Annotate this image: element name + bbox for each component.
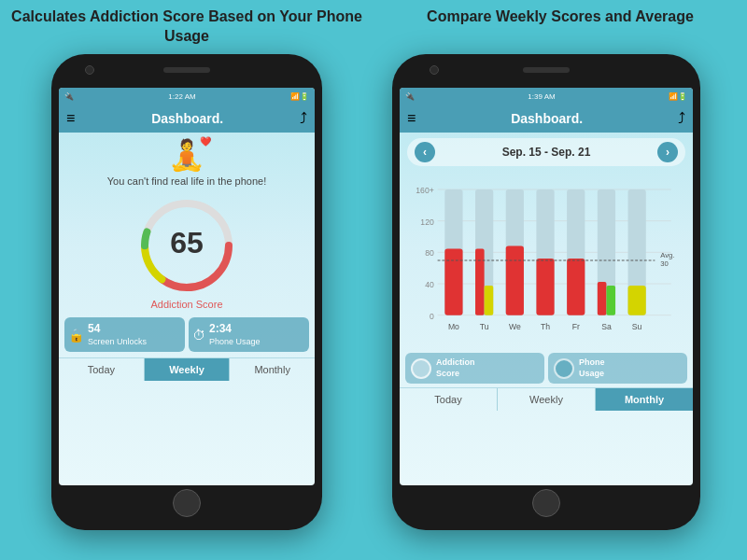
phone2-date-nav: ‹ Sep. 15 - Sep. 21 ›	[407, 138, 685, 166]
header-area: Calculates Addiction Score Based on Your…	[0, 7, 747, 47]
phone1-unlocks-number: 54	[88, 322, 147, 337]
phone2-score-usage-row: AddictionScore PhoneUsage	[405, 353, 687, 384]
phone1-share-icon[interactable]: ⤴	[300, 110, 307, 127]
phone2-status-right: 📶🔋	[669, 92, 687, 101]
phone1-score-circle: 65	[135, 194, 238, 297]
phone1-score-number: 65	[170, 226, 204, 260]
svg-rect-26	[567, 259, 585, 315]
phone2-date-label: Sep. 15 - Sep. 21	[502, 146, 591, 159]
phone1-speaker	[163, 67, 210, 73]
phone1-camera	[85, 65, 94, 75]
svg-text:40: 40	[425, 280, 434, 289]
svg-text:Mo: Mo	[448, 322, 459, 331]
phone1-stat-usage: ⏱ 2:34 Phone Usage	[189, 317, 309, 352]
svg-rect-21	[444, 248, 462, 315]
phone2-chart-svg: 160+ 120 80 40 0	[405, 172, 687, 349]
svg-rect-25	[536, 259, 554, 315]
svg-text:Su: Su	[632, 322, 642, 331]
svg-text:30: 30	[660, 259, 669, 268]
phone2-camera	[430, 65, 439, 75]
svg-rect-27	[598, 282, 607, 315]
svg-text:0: 0	[430, 312, 434, 321]
phone2-share-icon[interactable]: ⤴	[678, 110, 685, 127]
phone2-menu-icon[interactable]: ≡	[407, 110, 416, 127]
svg-rect-22	[475, 248, 485, 315]
phone1-quote: You can't find real life in the phone!	[98, 175, 275, 187]
phone1-usage-number: 2:34	[209, 322, 261, 337]
phone2-time: 1:39 AM	[528, 92, 555, 101]
phone1-score-label: Addiction Score	[150, 299, 222, 310]
phone1-tab-weekly[interactable]: Weekly	[145, 358, 230, 381]
svg-text:120: 120	[420, 217, 434, 227]
phone1-unlocks-label: Screen Unlocks	[88, 337, 147, 348]
svg-text:Sa: Sa	[601, 322, 612, 331]
phone2-tab-monthly[interactable]: Monthly	[596, 388, 693, 411]
svg-text:Fr: Fr	[572, 322, 580, 331]
phone1-stat-usage-text: 2:34 Phone Usage	[209, 322, 261, 347]
phone1-score-container: 65 Addiction Score	[59, 194, 315, 310]
phone1-screen: 🔌 1:22 AM 📶🔋 ≡ Dashboard. ⤴ 🧘 ❤️ You can…	[59, 88, 315, 485]
phone1-hearts: ❤️	[200, 136, 211, 147]
phone2-addiction-score-box[interactable]: AddictionScore	[405, 353, 544, 384]
phone1-menu-icon[interactable]: ≡	[66, 110, 75, 127]
phone2-next-arrow[interactable]: ›	[657, 142, 678, 162]
phone2-tab-today[interactable]: Today	[400, 388, 497, 411]
phone2-title: Dashboard.	[511, 111, 583, 126]
phone2-tab-bar: Today Weekly Monthly	[400, 387, 693, 411]
phone2-phone-usage-label: PhoneUsage	[579, 357, 605, 379]
phone2-phone-usage-icon	[554, 358, 574, 379]
svg-rect-23	[485, 286, 494, 315]
header-left: Calculates Addiction Score Based on Your…	[9, 7, 364, 47]
svg-rect-29	[628, 286, 646, 315]
phone1-tab-bar: Today Weekly Monthly	[59, 357, 315, 381]
phone2-status-bar: 🔌 1:39 AM 📶🔋	[400, 88, 693, 105]
svg-text:160+: 160+	[416, 186, 433, 195]
phone2: 🔌 1:39 AM 📶🔋 ≡ Dashboard. ⤴ ‹ Sep. 15 - …	[392, 54, 700, 530]
phone2-chart: 160+ 120 80 40 0	[405, 172, 687, 349]
phone1-status-left: 🔌	[64, 92, 74, 101]
phone1: 🔌 1:22 AM 📶🔋 ≡ Dashboard. ⤴ 🧘 ❤️ You can…	[51, 54, 322, 530]
phone1-tab-today[interactable]: Today	[59, 358, 144, 381]
header-right: Compare Weekly Scores and Average	[383, 7, 738, 47]
phone1-stat-unlocks: 🔒 54 Screen Unlocks	[64, 317, 185, 352]
phone2-phone-usage-box[interactable]: PhoneUsage	[548, 353, 687, 384]
phone2-addiction-score-label: AddictionScore	[436, 357, 475, 379]
phone1-clock-icon: ⏱	[192, 328, 205, 343]
phone1-toolbar: ≡ Dashboard. ⤴	[59, 105, 315, 133]
svg-text:Th: Th	[541, 322, 550, 331]
phone2-screen: 🔌 1:39 AM 📶🔋 ≡ Dashboard. ⤴ ‹ Sep. 15 - …	[400, 88, 693, 485]
phone1-stat-unlocks-text: 54 Screen Unlocks	[88, 322, 147, 347]
svg-rect-28	[606, 286, 615, 315]
phone2-home-button[interactable]	[532, 489, 560, 517]
phone1-tab-monthly[interactable]: Monthly	[230, 358, 315, 381]
phone1-mascot-area: 🧘 ❤️ You can't find real life in the pho…	[59, 133, 315, 187]
phone2-toolbar: ≡ Dashboard. ⤴	[400, 105, 693, 133]
phone2-speaker	[523, 67, 570, 73]
svg-text:80: 80	[425, 248, 434, 258]
svg-rect-24	[506, 246, 524, 315]
phone2-status-left: 🔌	[405, 92, 415, 101]
phone1-usage-label: Phone Usage	[209, 337, 261, 348]
svg-text:We: We	[509, 322, 521, 331]
phone1-title: Dashboard.	[151, 111, 223, 126]
svg-text:Tu: Tu	[480, 322, 489, 331]
phone1-lock-icon: 🔒	[68, 328, 84, 343]
phone1-time: 1:22 AM	[168, 92, 195, 101]
phone1-status-right: 📶🔋	[290, 92, 309, 101]
phone2-prev-arrow[interactable]: ‹	[415, 142, 435, 162]
phone1-status-bar: 🔌 1:22 AM 📶🔋	[59, 88, 315, 105]
phone2-addiction-score-icon	[411, 358, 431, 379]
svg-text:Avg.: Avg.	[660, 251, 674, 259]
phone1-home-button[interactable]	[173, 489, 201, 517]
phone2-tab-weekly[interactable]: Weekly	[498, 388, 595, 411]
phone1-stats-row: 🔒 54 Screen Unlocks ⏱ 2:34 Phone Usage	[64, 317, 309, 352]
